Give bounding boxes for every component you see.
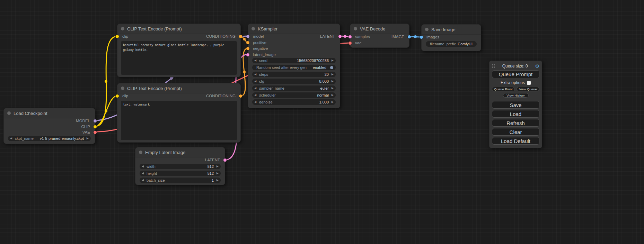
port-label: IMAGE <box>391 34 404 40</box>
arrow-right-icon[interactable]: ▶ <box>85 136 89 141</box>
widget-value: enabled <box>307 65 326 70</box>
port-dot-latent[interactable] <box>246 53 249 56</box>
widget-value: euler <box>284 86 329 90</box>
node-empty-latent-image[interactable]: Empty Latent Image LATENT ◀ width 512 ▶ … <box>135 147 225 185</box>
arrow-right-icon[interactable]: ▶ <box>215 171 219 176</box>
arrow-left-icon[interactable]: ◀ <box>142 178 145 183</box>
node-titlebar[interactable]: CLIP Text Encode (Prompt) <box>117 83 240 93</box>
collapse-dot-icon[interactable] <box>354 27 357 30</box>
arrow-right-icon[interactable]: ▶ <box>215 178 219 183</box>
port-dot-model[interactable] <box>246 35 249 38</box>
widget-width[interactable]: ◀ width 512 ▶ <box>140 164 221 169</box>
port-label: clip <box>122 93 128 99</box>
widget-filename-prefix[interactable]: filename_prefix ComfyUI <box>426 41 477 47</box>
node-save-image[interactable]: Save Image images filename_prefix ComfyU… <box>421 24 481 51</box>
widget-value: 156680208700286 <box>267 58 329 63</box>
port-label: vae <box>355 40 362 46</box>
port-dot-model[interactable] <box>94 119 97 123</box>
port-label: negative <box>253 46 268 52</box>
widget-cfg[interactable]: ◀ cfg 8.000 ▶ <box>252 79 336 84</box>
port-dot-conditioning[interactable] <box>239 94 242 98</box>
extra-options-checkbox[interactable] <box>527 81 531 85</box>
port-dot-image[interactable] <box>408 35 411 38</box>
node-load-checkpoint[interactable]: Load Checkpoint MODEL CLIP VAE ◀ ckpt_na… <box>3 108 95 144</box>
view-history-button[interactable]: View History <box>503 93 529 98</box>
collapse-dot-icon[interactable] <box>7 111 11 115</box>
arrow-right-icon[interactable]: ▶ <box>330 99 334 105</box>
queue-prompt-button[interactable]: Queue Prompt <box>492 70 539 78</box>
widget-scheduler[interactable]: ◀ scheduler normal ▶ <box>252 92 336 98</box>
port-dot-clip[interactable] <box>116 94 119 98</box>
refresh-button[interactable]: Refresh <box>492 119 539 127</box>
collapse-dot-icon[interactable] <box>425 28 429 31</box>
view-queue-button[interactable]: View Queue <box>517 87 539 91</box>
load-button[interactable]: Load <box>492 110 539 118</box>
node-ksampler[interactable]: KSampler model LATENT positive negative … <box>248 24 340 108</box>
arrow-left-icon[interactable]: ◀ <box>254 92 258 98</box>
queue-front-button[interactable]: Queue Front <box>492 87 515 91</box>
prompt-textarea[interactable]: text, watermark <box>121 101 237 140</box>
arrow-right-icon[interactable]: ▶ <box>330 85 334 91</box>
port-dot-image[interactable] <box>420 36 423 39</box>
port-dot-conditioning[interactable] <box>246 41 249 44</box>
widget-steps[interactable]: ◀ steps 20 ▶ <box>252 72 336 77</box>
widget-label: denoise <box>259 100 273 104</box>
port-dot-clip[interactable] <box>116 35 119 38</box>
node-titlebar[interactable]: Empty Latent Image <box>135 147 225 157</box>
arrow-left-icon[interactable]: ◀ <box>10 136 14 141</box>
arrow-right-icon[interactable]: ▶ <box>215 164 219 169</box>
port-dot-latent[interactable] <box>349 35 352 38</box>
widget-height[interactable]: ◀ height 512 ▶ <box>140 171 221 176</box>
history-row: View History <box>492 93 539 98</box>
widget-label: height <box>147 171 157 175</box>
port-dot-clip[interactable] <box>94 125 97 128</box>
gear-icon[interactable]: ⚙ <box>535 64 539 69</box>
widget-ckpt-name[interactable]: ◀ ckpt_name v1-5-pruned-emaonly.ckpt ▶ <box>8 136 91 141</box>
arrow-right-icon[interactable]: ▶ <box>330 79 334 84</box>
arrow-left-icon[interactable]: ◀ <box>142 171 145 176</box>
output-port-clip: CLIP <box>81 124 95 130</box>
collapse-dot-icon[interactable] <box>139 151 142 154</box>
arrow-left-icon[interactable]: ◀ <box>254 72 258 77</box>
port-dot-vae[interactable] <box>349 42 352 45</box>
arrow-left-icon[interactable]: ◀ <box>142 164 145 169</box>
node-titlebar[interactable]: Load Checkpoint <box>4 108 95 118</box>
load-default-button[interactable]: Load Default <box>492 137 539 145</box>
prompt-textarea[interactable]: beautiful scenery nature glass bottle la… <box>121 41 237 75</box>
widget-denoise[interactable]: ◀ denoise 1.000 ▶ <box>252 99 336 105</box>
node-clip-text-encode-negative[interactable]: CLIP Text Encode (Prompt) clip CONDITION… <box>117 83 241 143</box>
node-vae-decode[interactable]: VAE Decode samples IMAGE vae <box>350 24 409 48</box>
save-button[interactable]: Save <box>492 101 539 109</box>
collapse-dot-icon[interactable] <box>252 27 255 30</box>
widget-random-seed-toggle[interactable]: Random seed after every gen enabled <box>252 65 336 70</box>
graph-canvas[interactable]: { "icons": { "arrow_left": "◀", "arrow_r… <box>0 0 644 244</box>
node-clip-text-encode-positive[interactable]: CLIP Text Encode (Prompt) clip CONDITION… <box>117 24 241 77</box>
widget-batch-size[interactable]: ◀ batch_size 1 ▶ <box>140 178 221 183</box>
port-dot-latent[interactable] <box>223 159 227 162</box>
arrow-right-icon[interactable]: ▶ <box>330 92 334 98</box>
drag-handle-icon[interactable] <box>492 64 495 69</box>
widget-sampler-name[interactable]: ◀ sampler_name euler ▶ <box>252 85 336 91</box>
arrow-left-icon[interactable]: ◀ <box>254 85 258 91</box>
port-dot-latent[interactable] <box>338 35 342 38</box>
collapse-dot-icon[interactable] <box>121 27 124 30</box>
node-titlebar[interactable]: VAE Decode <box>350 24 409 34</box>
port-dot-vae[interactable] <box>94 131 97 134</box>
arrow-right-icon[interactable]: ▶ <box>330 72 334 77</box>
port-label: images <box>426 34 439 40</box>
toggle-knob-icon[interactable] <box>330 66 333 69</box>
collapse-dot-icon[interactable] <box>121 87 124 90</box>
arrow-left-icon[interactable]: ◀ <box>254 58 258 63</box>
clear-button[interactable]: Clear <box>492 128 539 136</box>
arrow-left-icon[interactable]: ◀ <box>254 79 258 84</box>
port-dot-conditioning[interactable] <box>246 47 249 50</box>
node-titlebar[interactable]: KSampler <box>248 24 340 34</box>
widget-seed[interactable]: ◀ seed 156680208700286 ▶ <box>252 58 336 63</box>
widget-label: seed <box>259 58 267 63</box>
node-titlebar[interactable]: Save Image <box>422 25 481 35</box>
port-dot-conditioning[interactable] <box>239 35 242 38</box>
node-titlebar[interactable]: CLIP Text Encode (Prompt) <box>117 24 240 34</box>
node-title: Empty Latent Image <box>145 150 185 155</box>
arrow-right-icon[interactable]: ▶ <box>330 58 334 63</box>
arrow-left-icon[interactable]: ◀ <box>254 99 258 105</box>
